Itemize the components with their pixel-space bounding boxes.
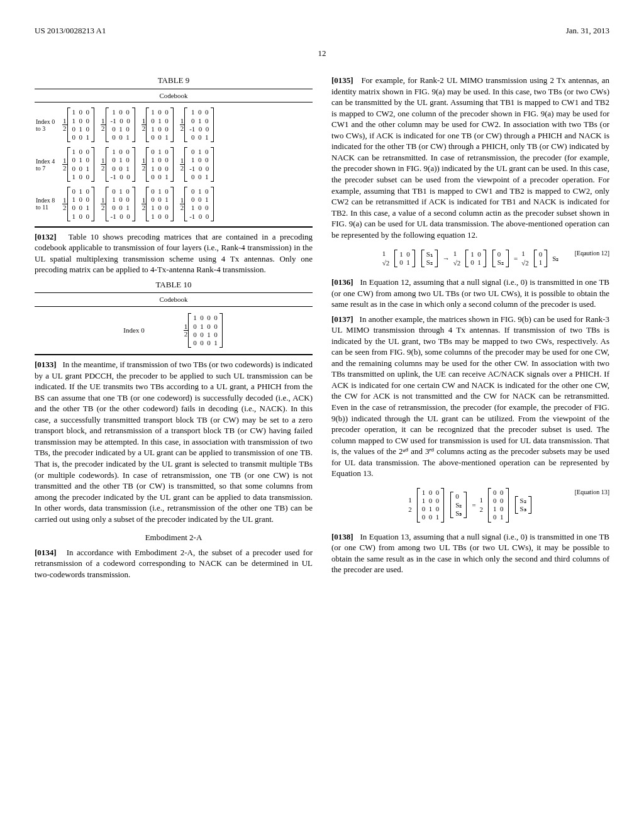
row-index-label: Index 8 to 11 [36,197,57,211]
table10-body: Index 0 121 0 0 00 1 0 00 0 1 00 0 0 1 [35,307,313,355]
equation-13: 121 0 01 0 00 1 00 0 10S₂S₃=120 00 01 00… [331,488,609,523]
equation-label: [Eqaution 12] [575,249,609,258]
para-text: In Equation 12, assuming that a null sig… [331,277,609,309]
left-column: TABLE 9 Codebook Index 0 to 3121 0 01 0 … [35,71,313,584]
para-text: In accordance with Embodiment 2-A, the s… [35,548,313,579]
table10-title: TABLE 10 [35,279,313,290]
table9-body: Index 0 to 3121 0 01 0 00 1 00 0 112 1 0… [35,102,313,226]
table9-row: Index 4 to 7121 0 00 1 00 0 11 0 012 1 0… [36,145,311,184]
publication-date: Jan. 31, 2013 [566,25,609,36]
paragraph-0133: [0133] In the meantime, if transmission … [35,359,313,524]
para-text: Table 10 shows precoding matrices that a… [35,232,313,275]
para-number: [0134] [35,548,57,557]
table10: Codebook Index 0 121 0 0 00 1 0 00 0 1 0… [35,292,313,355]
page-number: 12 [35,48,609,59]
paragraph-0132: [0132] Table 10 shows precoding matrices… [35,231,313,275]
patent-page: US 2013/0028213 A1 Jan. 31, 2013 12 TABL… [0,0,644,609]
equation-label: [Equation 13] [575,488,609,497]
table9-title: TABLE 9 [35,75,313,86]
publication-number: US 2013/0028213 A1 [35,25,106,36]
table9-row: Index 0 to 3121 0 01 0 00 1 00 0 112 1 0… [36,105,311,145]
paragraph-0134: [0134] In accordance with Embodiment 2-A… [35,547,313,580]
right-column: [0135] For example, for Rank-2 UL MIMO t… [331,71,609,584]
para-number: [0136] [331,277,353,287]
paragraph-0135: [0135] For example, for Rank-2 UL MIMO t… [331,75,609,240]
para-number: [0132] [35,232,57,241]
para-text: In the meantime, if transmission of two … [35,360,313,524]
para-number: [0133] [35,360,57,369]
paragraph-0138: [0138] In Equation 13, assuming that a n… [331,531,609,575]
two-column-layout: TABLE 9 Codebook Index 0 to 3121 0 01 0 … [35,71,609,584]
para-number: [0137] [331,314,353,324]
table10-index-label: Index 0 [123,326,144,335]
para-text: For example, for Rank-2 UL MIMO transmis… [331,75,609,240]
para-text: In another example, the matrices shown i… [331,314,609,479]
row-index-label: Index 0 to 3 [36,118,57,132]
table9: Codebook Index 0 to 3121 0 01 0 00 1 00 … [35,89,313,228]
table9-row: Index 8 to 11120 1 01 0 00 0 11 0 012 0 … [36,184,311,224]
para-number: [0135] [331,75,353,85]
para-number: [0138] [331,532,353,541]
table10-subtitle: Codebook [35,293,313,307]
equation-12: 1√21 00 1S₁S₂→1√21 00 10S₂=1√201S₂ [Eqau… [331,249,609,268]
table10-matrix: 121 0 0 00 1 0 00 0 1 00 0 0 1 [182,313,224,348]
page-header: US 2013/0028213 A1 Jan. 31, 2013 [35,25,609,36]
row-index-label: Index 4 to 7 [36,158,57,172]
para-text: In Equation 13, assuming that a null sig… [331,532,609,575]
embodiment-heading: Embodiment 2-A [35,532,313,543]
paragraph-0137: [0137] In another example, the matrices … [331,314,609,479]
paragraph-0136: [0136] In Equation 12, assuming that a n… [331,277,609,310]
table9-subtitle: Codebook [35,89,313,103]
